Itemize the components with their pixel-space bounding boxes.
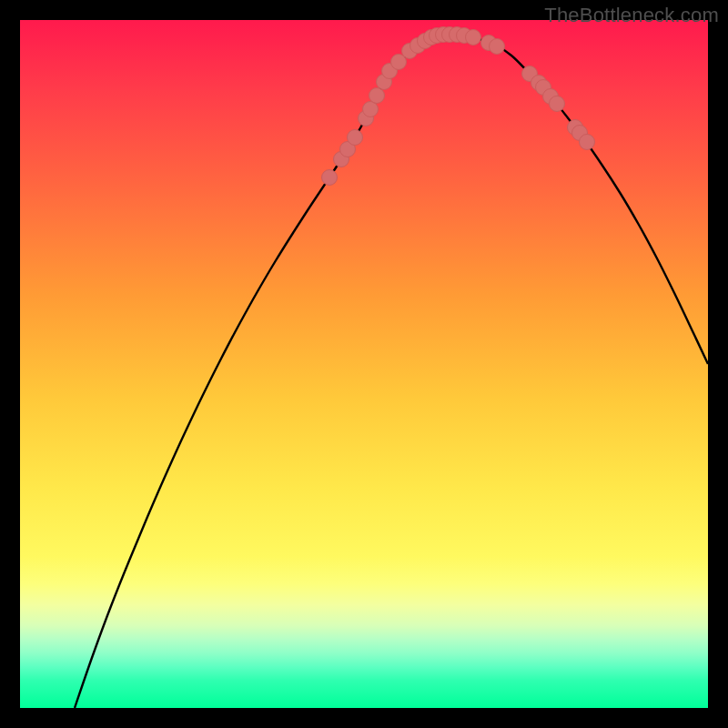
- highlight-dot: [363, 102, 379, 117]
- highlight-dot: [490, 39, 505, 55]
- highlight-dot: [466, 30, 481, 46]
- highlight-dot: [322, 170, 338, 186]
- highlight-dots: [322, 27, 595, 186]
- bottleneck-curve: [75, 34, 708, 708]
- chart-plot-area: [20, 20, 708, 708]
- chart-svg: [20, 20, 708, 708]
- highlight-dot: [348, 130, 363, 146]
- chart-frame: TheBottleneck.com: [0, 0, 728, 728]
- highlight-dot: [550, 96, 565, 112]
- highlight-dot: [369, 88, 385, 104]
- watermark-text: TheBottleneck.com: [544, 4, 719, 27]
- highlight-dot: [580, 135, 595, 150]
